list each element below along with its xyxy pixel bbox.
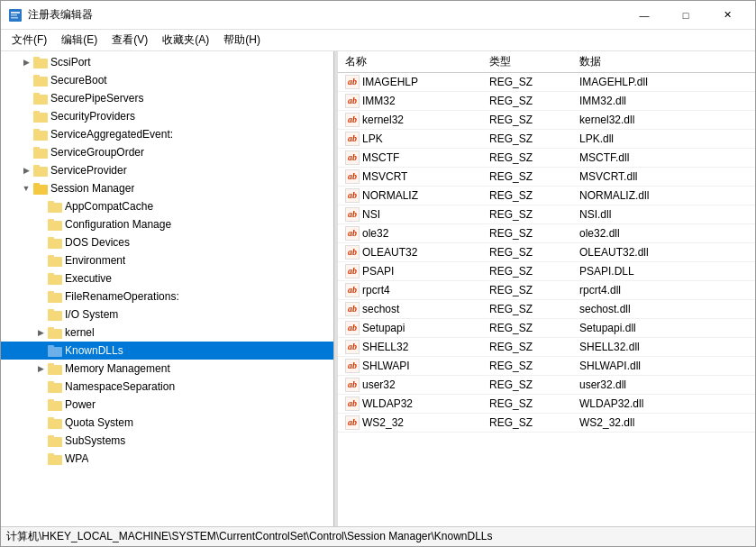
- label-subsystems: SubSystems: [65, 434, 125, 447]
- tree-node-executive[interactable]: Executive: [1, 269, 333, 287]
- menu-view[interactable]: 查看(V): [105, 31, 155, 50]
- svg-rect-13: [33, 129, 40, 132]
- cell-name: abole32: [338, 224, 482, 243]
- svg-rect-1: [11, 12, 20, 14]
- table-row[interactable]: abSetupapiREG_SZSetupapi.dll: [338, 319, 755, 338]
- cell-data: rpcrt4.dll: [572, 281, 755, 300]
- expander-iosystem: [33, 307, 48, 322]
- folder-icon-serviceprovider: [33, 164, 48, 177]
- svg-rect-39: [48, 363, 54, 367]
- table-row[interactable]: absechostREG_SZsechost.dll: [338, 300, 755, 319]
- cell-type: REG_SZ: [482, 73, 572, 92]
- svg-rect-7: [33, 75, 40, 78]
- cell-data: WLDAP32.dll: [572, 395, 755, 414]
- cell-type: REG_SZ: [482, 338, 572, 357]
- tree-node-filerenameoperations[interactable]: FileRenameOperations:: [1, 287, 333, 305]
- expander-securepipeservers: [19, 91, 33, 105]
- table-row[interactable]: abLPKREG_SZLPK.dll: [338, 130, 755, 149]
- tree-node-wpa[interactable]: WPA: [1, 450, 333, 468]
- tree-node-scsiport[interactable]: ▶ ScsiPort: [1, 53, 333, 71]
- tree-node-quotasystem[interactable]: Quota System: [1, 414, 333, 432]
- expander-subsystems: [33, 433, 48, 448]
- menu-help[interactable]: 帮助(H): [216, 31, 268, 50]
- cell-type: REG_SZ: [482, 319, 572, 338]
- cell-data: LPK.dll: [572, 130, 755, 149]
- table-row[interactable]: abWS2_32REG_SZWS2_32.dll: [338, 414, 755, 433]
- svg-rect-45: [48, 417, 54, 421]
- tree-panel[interactable]: ▶ ScsiPort SecureBoot: [1, 51, 334, 526]
- table-row[interactable]: abNORMALIZREG_SZNORMALIZ.dll: [338, 187, 755, 205]
- table-row[interactable]: abMSCTFREG_SZMSCTF.dll: [338, 149, 755, 168]
- cell-type: REG_SZ: [482, 224, 572, 243]
- table-row[interactable]: abPSAPIREG_SZPSAPI.DLL: [338, 262, 755, 281]
- tree-node-secureboot[interactable]: SecureBoot: [1, 71, 333, 89]
- cell-name: abSHELL32: [338, 338, 482, 357]
- menu-favorites[interactable]: 收藏夹(A): [155, 31, 216, 50]
- label-securepipeservers: SecurePipeServers: [50, 92, 143, 105]
- menu-file[interactable]: 文件(F): [5, 31, 54, 50]
- folder-icon-secureboot: [33, 74, 48, 87]
- cell-data: SHLWAPI.dll: [572, 357, 755, 376]
- tree-node-kernel[interactable]: ▶ kernel: [1, 324, 333, 342]
- table-row[interactable]: abNSIREG_SZNSI.dll: [338, 205, 755, 224]
- tree-node-iosystem[interactable]: I/O System: [1, 305, 333, 324]
- tree-node-securepipeservers[interactable]: SecurePipeServers: [1, 89, 333, 107]
- cell-name: abOLEAUT32: [338, 243, 482, 262]
- col-header-name: 名称: [338, 51, 482, 73]
- table-row[interactable]: abuser32REG_SZuser32.dll: [338, 376, 755, 395]
- cell-name: abIMM32: [338, 92, 482, 111]
- table-row[interactable]: abrpcrt4REG_SZrpcrt4.dll: [338, 281, 755, 300]
- tree-node-serviceaggregated[interactable]: ServiceAggregatedEvent:: [1, 125, 333, 143]
- table-row[interactable]: abkernel32REG_SZkernel32.dll: [338, 111, 755, 130]
- folder-icon-sessionmanager: [33, 182, 48, 195]
- tree-node-namespaceseparation[interactable]: NamespaceSeparation: [1, 378, 333, 396]
- cell-type: REG_SZ: [482, 187, 572, 205]
- label-scsiport: ScsiPort: [50, 56, 91, 68]
- svg-rect-41: [48, 381, 54, 385]
- cell-type: REG_SZ: [482, 168, 572, 187]
- svg-rect-15: [33, 147, 40, 150]
- tree-node-servicegrouporder[interactable]: ServiceGroupOrder: [1, 143, 333, 161]
- tree-node-subsystems[interactable]: SubSystems: [1, 432, 333, 450]
- detail-panel[interactable]: 名称 类型 数据 abIMAGEHLPREG_SZIMAGEHLP.dllabI…: [338, 51, 755, 526]
- table-row[interactable]: abIMAGEHLPREG_SZIMAGEHLP.dll: [338, 73, 755, 92]
- svg-rect-21: [48, 201, 54, 205]
- tree-node-securityproviders[interactable]: SecurityProviders: [1, 107, 333, 125]
- tree-node-appcompatchache[interactable]: AppCompatCache: [1, 197, 333, 215]
- menu-edit[interactable]: 编辑(E): [54, 31, 105, 50]
- folder-icon-serviceaggregated: [33, 128, 48, 141]
- svg-rect-43: [48, 399, 54, 403]
- tree-node-configmanage[interactable]: Configuration Manage: [1, 215, 333, 233]
- expander-power: [33, 397, 48, 412]
- cell-type: REG_SZ: [482, 92, 572, 111]
- tree-node-sessionmanager[interactable]: ▼ Session Manager: [1, 179, 333, 197]
- minimize-button[interactable]: —: [624, 1, 665, 30]
- folder-icon-power: [48, 398, 62, 411]
- window-controls: — □ ✕: [624, 1, 748, 30]
- cell-data: MSVCRT.dll: [572, 168, 755, 187]
- close-button[interactable]: ✕: [706, 1, 748, 30]
- folder-icon-wpa: [48, 452, 62, 465]
- folder-icon-servicegrouporder: [33, 146, 48, 159]
- table-row[interactable]: abMSVCRTREG_SZMSVCRT.dll: [338, 168, 755, 187]
- main-content: ▶ ScsiPort SecureBoot: [1, 51, 755, 526]
- label-appcompatchache: AppCompatCache: [65, 200, 153, 213]
- tree-node-serviceprovider[interactable]: ▶ ServiceProvider: [1, 161, 333, 179]
- table-row[interactable]: abSHELL32REG_SZSHELL32.dll: [338, 338, 755, 357]
- svg-rect-33: [48, 309, 54, 313]
- cell-name: abLPK: [338, 130, 482, 149]
- cell-data: WS2_32.dll: [572, 414, 755, 433]
- tree-node-dosdevices[interactable]: DOS Devices: [1, 233, 333, 251]
- tree-node-memorymanagement[interactable]: ▶ Memory Management: [1, 360, 333, 378]
- table-row[interactable]: abole32REG_SZole32.dll: [338, 224, 755, 243]
- tree-node-power[interactable]: Power: [1, 396, 333, 414]
- table-row[interactable]: abIMM32REG_SZIMM32.dll: [338, 92, 755, 111]
- tree-node-environment[interactable]: Environment: [1, 251, 333, 269]
- label-environment: Environment: [65, 254, 125, 267]
- table-row[interactable]: abSHLWAPIREG_SZSHLWAPI.dll: [338, 357, 755, 376]
- tree-node-knowndlls[interactable]: KnownDLLs: [1, 342, 333, 360]
- expander-kernel: ▶: [33, 325, 48, 340]
- table-row[interactable]: abWLDAP32REG_SZWLDAP32.dll: [338, 395, 755, 414]
- table-row[interactable]: abOLEAUT32REG_SZOLEAUT32.dll: [338, 243, 755, 262]
- maximize-button[interactable]: □: [665, 1, 706, 30]
